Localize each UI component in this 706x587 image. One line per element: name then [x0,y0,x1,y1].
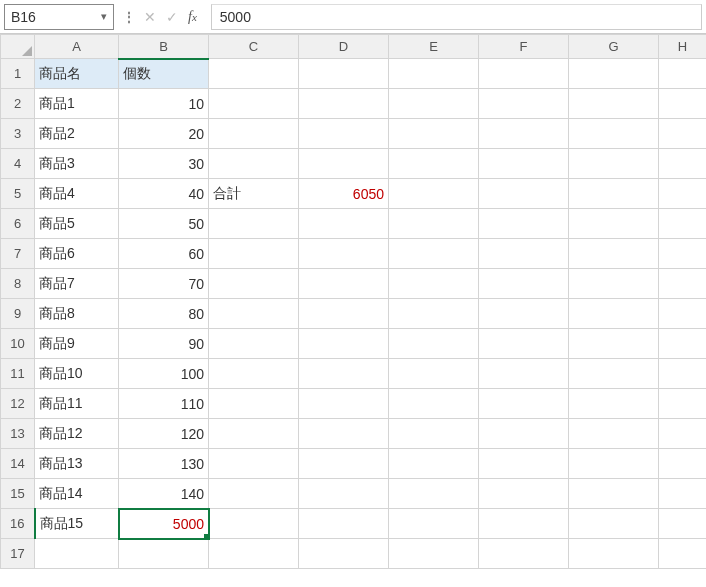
cell-B15[interactable]: 140 [119,479,209,509]
cell-G4[interactable] [569,149,659,179]
cell-E9[interactable] [389,299,479,329]
cell-F10[interactable] [479,329,569,359]
cell-A6[interactable]: 商品5 [35,209,119,239]
cell-G14[interactable] [569,449,659,479]
cell-H12[interactable] [659,389,707,419]
cell-A15[interactable]: 商品14 [35,479,119,509]
cell-B2[interactable]: 10 [119,89,209,119]
cell-A12[interactable]: 商品11 [35,389,119,419]
cell-B12[interactable]: 110 [119,389,209,419]
cell-F13[interactable] [479,419,569,449]
cell-C8[interactable] [209,269,299,299]
cell-F1[interactable] [479,59,569,89]
cell-E4[interactable] [389,149,479,179]
cell-G13[interactable] [569,419,659,449]
cell-D5[interactable]: 6050 [299,179,389,209]
formula-input[interactable]: 5000 [211,4,702,30]
cell-H8[interactable] [659,269,707,299]
cell-C7[interactable] [209,239,299,269]
cell-D17[interactable] [299,539,389,569]
cell-D6[interactable] [299,209,389,239]
cell-H10[interactable] [659,329,707,359]
name-box[interactable]: B16 ▾ [4,4,114,30]
cell-A13[interactable]: 商品12 [35,419,119,449]
cell-E11[interactable] [389,359,479,389]
cell-B1[interactable]: 個数 [119,59,209,89]
cell-A5[interactable]: 商品4 [35,179,119,209]
cell-D14[interactable] [299,449,389,479]
cell-D12[interactable] [299,389,389,419]
cell-A1[interactable]: 商品名 [35,59,119,89]
cell-A16[interactable]: 商品15 [35,509,119,539]
cell-B13[interactable]: 120 [119,419,209,449]
cell-H7[interactable] [659,239,707,269]
cell-A8[interactable]: 商品7 [35,269,119,299]
cell-H3[interactable] [659,119,707,149]
cell-A2[interactable]: 商品1 [35,89,119,119]
column-header-A[interactable]: A [35,35,119,59]
cell-C10[interactable] [209,329,299,359]
cell-E7[interactable] [389,239,479,269]
row-header-1[interactable]: 1 [1,59,35,89]
row-header-11[interactable]: 11 [1,359,35,389]
cell-B17[interactable] [119,539,209,569]
row-header-14[interactable]: 14 [1,449,35,479]
row-header-15[interactable]: 15 [1,479,35,509]
cell-E13[interactable] [389,419,479,449]
cell-G12[interactable] [569,389,659,419]
cell-F11[interactable] [479,359,569,389]
cell-E5[interactable] [389,179,479,209]
cell-F14[interactable] [479,449,569,479]
cell-G17[interactable] [569,539,659,569]
cell-H15[interactable] [659,479,707,509]
cell-E12[interactable] [389,389,479,419]
cell-G7[interactable] [569,239,659,269]
cell-G5[interactable] [569,179,659,209]
column-header-E[interactable]: E [389,35,479,59]
cell-A14[interactable]: 商品13 [35,449,119,479]
cell-H9[interactable] [659,299,707,329]
cell-D1[interactable] [299,59,389,89]
cell-E16[interactable] [389,509,479,539]
cell-C1[interactable] [209,59,299,89]
row-header-4[interactable]: 4 [1,149,35,179]
cell-D11[interactable] [299,359,389,389]
fx-icon[interactable]: fx [188,9,197,25]
cell-E17[interactable] [389,539,479,569]
column-header-C[interactable]: C [209,35,299,59]
row-header-12[interactable]: 12 [1,389,35,419]
cell-F17[interactable] [479,539,569,569]
cell-B5[interactable]: 40 [119,179,209,209]
cell-A10[interactable]: 商品9 [35,329,119,359]
cell-A7[interactable]: 商品6 [35,239,119,269]
cell-F9[interactable] [479,299,569,329]
cell-C12[interactable] [209,389,299,419]
cell-A3[interactable]: 商品2 [35,119,119,149]
cell-B9[interactable]: 80 [119,299,209,329]
cell-C17[interactable] [209,539,299,569]
cell-H6[interactable] [659,209,707,239]
cell-D13[interactable] [299,419,389,449]
cell-G6[interactable] [569,209,659,239]
row-header-13[interactable]: 13 [1,419,35,449]
cell-E1[interactable] [389,59,479,89]
cell-B4[interactable]: 30 [119,149,209,179]
row-header-9[interactable]: 9 [1,299,35,329]
cell-B16[interactable]: 5000 [119,509,209,539]
cell-D16[interactable] [299,509,389,539]
cell-A11[interactable]: 商品10 [35,359,119,389]
cell-F15[interactable] [479,479,569,509]
cell-B7[interactable]: 60 [119,239,209,269]
row-header-17[interactable]: 17 [1,539,35,569]
cell-G2[interactable] [569,89,659,119]
spreadsheet-grid[interactable]: ABCDEFGH 1商品名個数2商品1103商品2204商品3305商品440合… [0,34,706,569]
cell-F5[interactable] [479,179,569,209]
cell-C4[interactable] [209,149,299,179]
cell-F7[interactable] [479,239,569,269]
row-header-16[interactable]: 16 [1,509,35,539]
cell-E3[interactable] [389,119,479,149]
cell-D9[interactable] [299,299,389,329]
cell-B6[interactable]: 50 [119,209,209,239]
cell-C14[interactable] [209,449,299,479]
cell-H13[interactable] [659,419,707,449]
